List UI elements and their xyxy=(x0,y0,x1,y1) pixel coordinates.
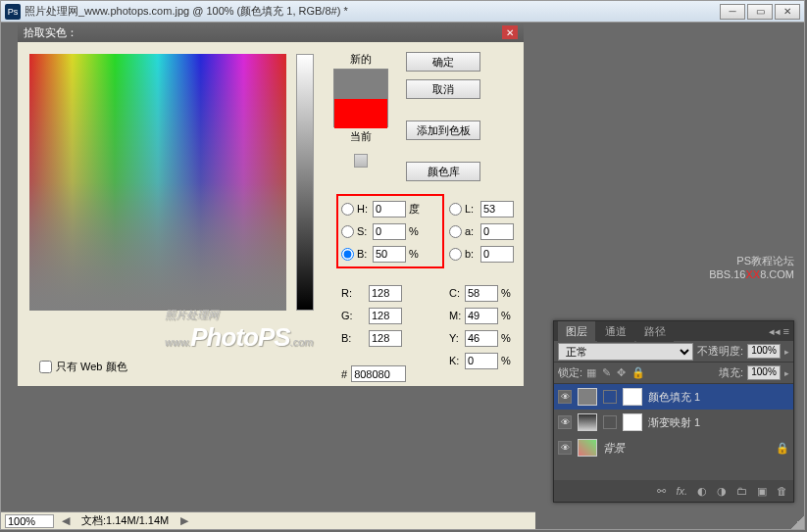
s-radio[interactable] xyxy=(341,225,354,238)
zoom-input[interactable]: 100% xyxy=(5,514,54,528)
g-input[interactable] xyxy=(369,308,402,324)
web-only-label: 只有 Web 颜色 xyxy=(56,360,127,374)
color-picker-dialog: 拾取实色： ✕ 新的 当前 确定 取消 添加到色板 颜色库 xyxy=(17,23,525,387)
y-label: Y: xyxy=(449,332,465,344)
b-label: B: xyxy=(357,248,373,260)
fill-input[interactable]: 100% xyxy=(747,365,781,380)
close-button[interactable]: ✕ xyxy=(775,4,800,20)
a-input[interactable] xyxy=(480,223,514,240)
web-only-checkbox[interactable] xyxy=(39,361,52,373)
tab-layers[interactable]: 图层 xyxy=(558,321,595,342)
lock-transparency-icon[interactable]: ▦ xyxy=(586,366,596,379)
s-label: S: xyxy=(357,225,373,237)
l-input[interactable] xyxy=(480,201,514,218)
fill-label: 填充: xyxy=(719,365,743,380)
adjustment-icon[interactable]: ◑ xyxy=(717,485,727,498)
a-label: a: xyxy=(465,225,480,237)
opacity-arrow-icon[interactable]: ▸ xyxy=(784,347,789,357)
s-unit: % xyxy=(409,225,423,237)
mask-thumb xyxy=(623,388,642,406)
h-label: H: xyxy=(357,203,373,215)
y-input[interactable] xyxy=(465,330,498,347)
layer-item[interactable]: 👁 渐变映射 1 xyxy=(554,410,793,435)
zoom-menu-icon[interactable]: ◀ xyxy=(62,514,70,527)
s-input[interactable] xyxy=(373,223,406,240)
h-radio[interactable] xyxy=(341,203,354,216)
folder-icon[interactable]: 🗀 xyxy=(736,485,747,497)
m-input[interactable] xyxy=(465,308,498,324)
lab-b-radio[interactable] xyxy=(449,248,462,261)
visibility-icon[interactable]: 👁 xyxy=(558,415,572,429)
opacity-label: 不透明度: xyxy=(697,344,743,359)
new-layer-icon[interactable]: ▣ xyxy=(757,485,767,498)
new-color-label: 新的 xyxy=(333,52,388,67)
layer-name[interactable]: 渐变映射 1 xyxy=(648,415,789,430)
ok-button[interactable]: 确定 xyxy=(406,52,480,72)
dialog-close-icon[interactable]: ✕ xyxy=(502,25,518,39)
l-label: L: xyxy=(465,203,480,215)
lock-label: 锁定: xyxy=(558,365,582,380)
rgb-b-input[interactable] xyxy=(369,330,402,347)
color-swatch xyxy=(333,69,388,127)
r-label: R: xyxy=(341,287,369,299)
g-label: G: xyxy=(341,310,369,321)
tab-channels[interactable]: 通道 xyxy=(597,321,634,342)
layer-name[interactable]: 背景 xyxy=(603,441,770,456)
b-radio[interactable] xyxy=(341,248,354,261)
fx-icon[interactable]: fx. xyxy=(676,485,687,497)
maximize-button[interactable]: ▭ xyxy=(747,4,773,20)
opacity-input[interactable]: 100% xyxy=(747,344,781,359)
link-layers-icon[interactable]: ⚯ xyxy=(657,485,666,498)
b-input[interactable] xyxy=(373,246,406,263)
lock-all-icon[interactable]: 🔒 xyxy=(631,366,645,379)
minimize-button[interactable]: ─ xyxy=(720,4,745,20)
cube-icon[interactable] xyxy=(354,154,368,168)
lock-icon: 🔒 xyxy=(776,442,789,455)
mask-thumb xyxy=(623,413,642,431)
lab-b-input[interactable] xyxy=(480,246,514,263)
c-input[interactable] xyxy=(465,285,498,302)
a-radio[interactable] xyxy=(449,225,462,238)
visibility-icon[interactable]: 👁 xyxy=(558,441,572,455)
mask-icon[interactable]: ◐ xyxy=(697,485,707,498)
layer-thumb xyxy=(578,439,597,457)
doc-info: 文档:1.14M/1.14M xyxy=(77,513,173,528)
layer-name[interactable]: 颜色填充 1 xyxy=(648,390,789,405)
resize-grip-icon[interactable] xyxy=(790,515,804,529)
doc-menu-icon[interactable]: ▶ xyxy=(180,514,188,527)
window-title: 照片处理网_www.photops.com.jpg @ 100% (颜色填充 1… xyxy=(25,4,720,19)
color-library-button[interactable]: 颜色库 xyxy=(406,162,480,181)
link-icon[interactable] xyxy=(603,415,617,429)
new-color-swatch xyxy=(334,70,387,99)
layer-item[interactable]: 👁 颜色填充 1 xyxy=(554,384,793,410)
lock-pixels-icon[interactable]: ✎ xyxy=(602,366,611,379)
forum-watermark: PS教程论坛 BBS.16XX8.COM xyxy=(709,254,794,280)
layer-thumb xyxy=(578,413,597,431)
color-field[interactable] xyxy=(29,54,286,311)
fill-arrow-icon[interactable]: ▸ xyxy=(784,368,789,378)
current-color-label: 当前 xyxy=(333,129,388,144)
cancel-button[interactable]: 取消 xyxy=(406,79,480,99)
blend-mode-select[interactable]: 正常 xyxy=(558,343,693,361)
m-label: M: xyxy=(449,310,465,321)
link-icon[interactable] xyxy=(603,390,617,404)
k-input[interactable] xyxy=(465,353,498,369)
app-icon: Ps xyxy=(5,4,21,20)
tab-paths[interactable]: 路径 xyxy=(636,321,674,342)
layer-item[interactable]: 👁 背景 🔒 xyxy=(554,435,793,460)
visibility-icon[interactable]: 👁 xyxy=(558,390,572,404)
k-label: K: xyxy=(449,355,465,366)
l-radio[interactable] xyxy=(449,203,462,216)
panel-menu-icon[interactable]: ◂◂ ≡ xyxy=(769,325,789,338)
layer-thumb xyxy=(578,388,597,406)
add-swatch-button[interactable]: 添加到色板 xyxy=(406,121,480,140)
h-input[interactable] xyxy=(373,201,406,218)
lock-position-icon[interactable]: ✥ xyxy=(617,366,626,379)
current-color-swatch xyxy=(334,99,387,128)
trash-icon[interactable]: 🗑 xyxy=(777,485,787,497)
hex-input[interactable] xyxy=(351,365,406,382)
b-unit: % xyxy=(409,248,423,260)
brightness-slider[interactable] xyxy=(296,54,314,311)
r-input[interactable] xyxy=(369,285,402,302)
rgb-b-label: B: xyxy=(341,332,369,344)
